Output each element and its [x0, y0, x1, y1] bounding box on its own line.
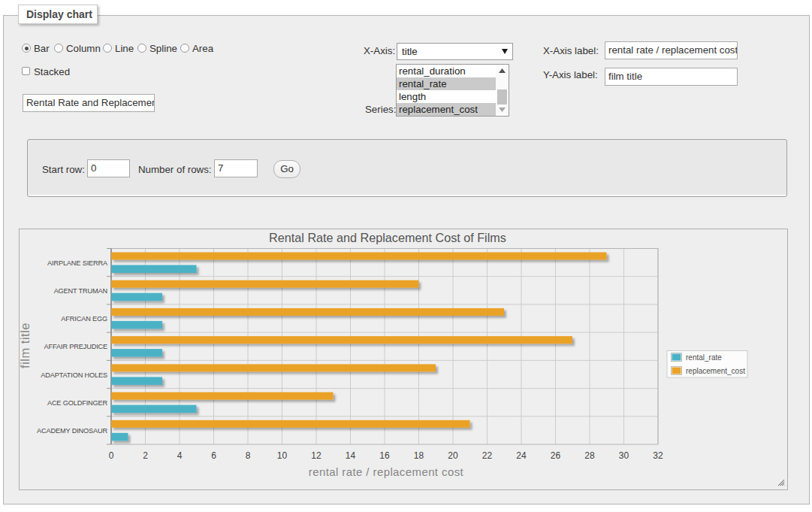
svg-text:film title: film title	[19, 323, 32, 368]
svg-text:ADAPTATION HOLES: ADAPTATION HOLES	[41, 371, 107, 379]
svg-text:ACE GOLDFINGER: ACE GOLDFINGER	[47, 399, 108, 407]
svg-text:26: 26	[551, 450, 561, 461]
svg-text:rental_rate: rental_rate	[686, 353, 722, 362]
svg-text:AIRPLANE SIERRA: AIRPLANE SIERRA	[47, 259, 108, 267]
svg-text:28: 28	[584, 450, 595, 461]
svg-text:12: 12	[311, 450, 321, 461]
svg-text:32: 32	[653, 450, 663, 461]
svg-text:0: 0	[109, 450, 114, 461]
svg-text:8: 8	[246, 450, 251, 461]
svg-text:rental rate / replacement cost: rental rate / replacement cost	[309, 465, 464, 478]
svg-text:24: 24	[516, 450, 527, 461]
svg-text:6: 6	[211, 450, 216, 461]
svg-text:14: 14	[346, 450, 356, 461]
svg-text:16: 16	[379, 450, 390, 461]
svg-text:10: 10	[277, 450, 288, 461]
svg-text:AGENT TRUMAN: AGENT TRUMAN	[54, 287, 107, 295]
svg-text:ACADEMY DINOSAUR: ACADEMY DINOSAUR	[37, 427, 107, 435]
svg-text:18: 18	[414, 450, 424, 461]
svg-text:22: 22	[482, 450, 493, 461]
svg-text:20: 20	[448, 450, 458, 461]
svg-text:AFFAIR PREJUDICE: AFFAIR PREJUDICE	[44, 343, 107, 350]
svg-text:30: 30	[619, 450, 629, 461]
svg-text:replacement_cost: replacement_cost	[686, 367, 745, 375]
svg-text:Rental Rate and Replacement Co: Rental Rate and Replacement Cost of Film…	[269, 231, 506, 244]
svg-text:2: 2	[143, 450, 148, 461]
svg-text:4: 4	[177, 450, 183, 461]
svg-text:AFRICAN EGG: AFRICAN EGG	[61, 315, 107, 323]
